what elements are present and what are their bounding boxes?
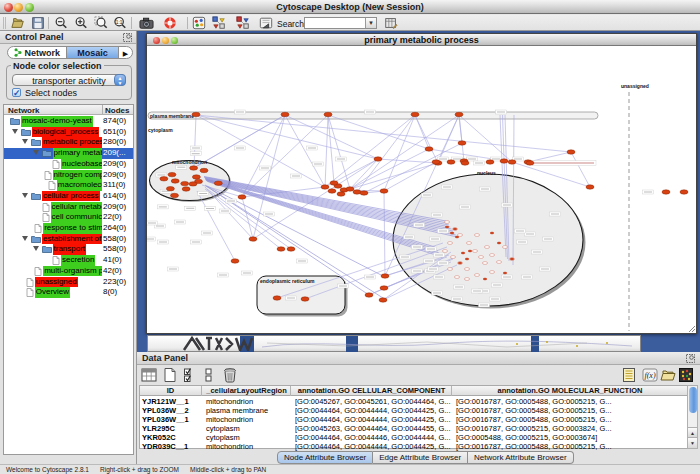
svg-text:1:1: 1:1 [116,20,123,25]
svg-text:mitochondrion: mitochondrion [172,159,207,165]
svg-text:unassigned: unassigned [621,83,649,89]
svg-text:endoplasmic reticulum: endoplasmic reticulum [260,278,315,284]
svg-text:cytoplasm: cytoplasm [148,127,173,133]
svg-text:f(x): f(x) [644,371,655,380]
svg-text:plasma membrane: plasma membrane [150,113,194,119]
svg-text:nucleus: nucleus [477,170,496,176]
